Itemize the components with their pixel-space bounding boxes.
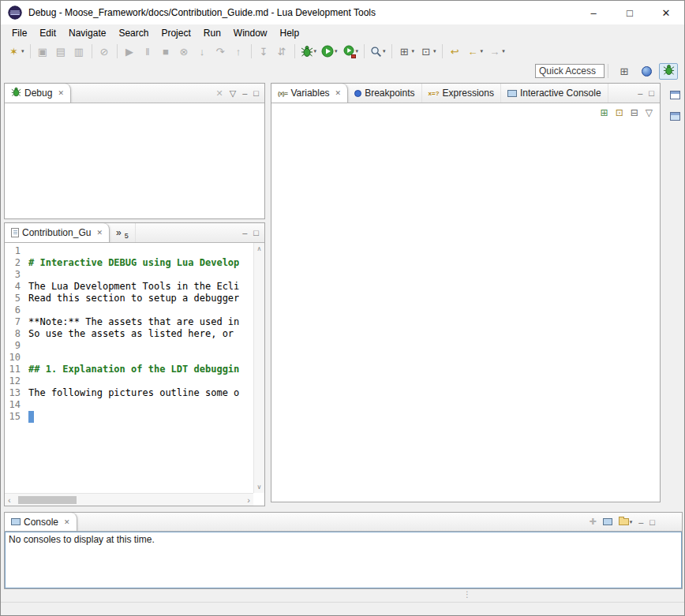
- close-tab-icon[interactable]: ✕: [96, 229, 103, 237]
- suspend-button[interactable]: ‖: [140, 43, 156, 60]
- menu-navigate[interactable]: Navigate: [62, 26, 112, 40]
- editor-text-area[interactable]: 1 2 # Interactive DEBUG using Lua Develo…: [5, 243, 253, 493]
- code-line[interactable]: 4 The Lua Development Tools in the Ecli: [5, 281, 253, 293]
- code-line[interactable]: 10: [5, 352, 253, 364]
- collapse-all-icon[interactable]: ⊟: [631, 107, 638, 118]
- save-all-icon: ▤: [54, 45, 68, 58]
- use-step-filters-button[interactable]: ⇵: [274, 43, 290, 60]
- code-line[interactable]: 8 So use the assets as listed here, or: [5, 328, 253, 340]
- minimize-window-button[interactable]: –: [575, 1, 612, 24]
- scroll-down-icon[interactable]: ∨: [257, 483, 262, 491]
- step-over-button[interactable]: ↷: [212, 43, 229, 60]
- remove-all-terminated-icon[interactable]: ✕: [216, 88, 223, 99]
- maximize-window-button[interactable]: □: [612, 1, 648, 24]
- close-tab-icon[interactable]: ✕: [335, 89, 342, 97]
- display-selected-console-icon[interactable]: [603, 518, 612, 525]
- view-menu-icon[interactable]: ▽: [230, 88, 236, 99]
- menu-help[interactable]: Help: [274, 26, 306, 40]
- eclipse-logo-icon: [8, 6, 22, 20]
- bottom-sash[interactable]: ⋮: [1, 589, 684, 602]
- minimized-view-button[interactable]: [668, 109, 682, 123]
- back-button[interactable]: ← ▾: [465, 43, 485, 60]
- code-line[interactable]: 1: [5, 245, 253, 257]
- scroll-up-icon[interactable]: ∧: [257, 245, 262, 252]
- menu-file[interactable]: File: [6, 26, 33, 40]
- minimize-view-icon[interactable]: –: [242, 88, 247, 98]
- terminate-button[interactable]: ■: [158, 43, 174, 60]
- last-edit-location-button[interactable]: ↩: [447, 43, 463, 60]
- maximize-view-icon[interactable]: □: [253, 88, 259, 98]
- code-line[interactable]: 13 The following pictures outline some o: [5, 387, 253, 399]
- scrollbar-thumb[interactable]: [18, 496, 77, 504]
- code-line[interactable]: 9: [5, 340, 253, 352]
- code-line[interactable]: 11 ## 1. Explanation of the LDT debuggin: [5, 364, 253, 375]
- code-line[interactable]: 12: [5, 375, 253, 387]
- toolbox-badge-icon: [351, 54, 356, 58]
- disconnect-button[interactable]: ⊗: [176, 43, 193, 60]
- search-button[interactable]: ▾: [369, 43, 387, 60]
- open-console-button[interactable]: ▾: [619, 518, 633, 525]
- scroll-right-icon[interactable]: ›: [247, 495, 250, 505]
- show-type-names-icon[interactable]: ⊞: [601, 107, 608, 118]
- menu-edit[interactable]: Edit: [33, 26, 62, 40]
- pin-console-icon[interactable]: ✚: [589, 517, 596, 527]
- menu-search[interactable]: Search: [112, 26, 155, 40]
- step-return-button[interactable]: ↑: [230, 43, 247, 60]
- lua-perspective-button[interactable]: [637, 63, 656, 80]
- tab-contribution-guide[interactable]: Contribution_Gu ✕: [5, 223, 110, 242]
- menu-project[interactable]: Project: [155, 26, 197, 40]
- code-line[interactable]: 6: [5, 304, 253, 316]
- external-tools-button[interactable]: ▾: [341, 43, 361, 60]
- code-line[interactable]: 15: [5, 411, 253, 423]
- save-button[interactable]: ▣: [35, 43, 51, 60]
- maximize-view-icon[interactable]: □: [253, 228, 259, 237]
- scroll-left-icon[interactable]: ‹: [8, 495, 11, 505]
- toolbar-separator: [92, 44, 92, 58]
- new-wizard-button[interactable]: ✶ ▾: [6, 43, 26, 60]
- menu-run[interactable]: Run: [197, 26, 227, 40]
- tab-expressions[interactable]: x=? Expressions: [422, 84, 501, 103]
- editor-tab-overflow[interactable]: » 5: [110, 223, 136, 242]
- vertical-scrollbar[interactable]: ∧ ∨: [253, 243, 264, 493]
- resume-button[interactable]: ▶: [122, 43, 138, 60]
- menu-window[interactable]: Window: [227, 26, 274, 40]
- tab-breakpoints[interactable]: Breakpoints: [348, 84, 421, 103]
- drop-to-frame-button[interactable]: ↧: [256, 43, 272, 60]
- show-logical-structures-icon[interactable]: ⊡: [616, 107, 623, 118]
- save-all-button[interactable]: ▤: [53, 43, 69, 60]
- minimize-view-icon[interactable]: –: [638, 88, 642, 98]
- minimize-view-icon[interactable]: –: [242, 228, 247, 237]
- tab-variables[interactable]: (x)= Variables ✕: [271, 84, 348, 103]
- open-perspective-button[interactable]: ⊞: [615, 63, 634, 80]
- code-line[interactable]: 3: [5, 269, 253, 281]
- vertical-sash[interactable]: [266, 83, 271, 502]
- debug-button[interactable]: ▾: [299, 43, 319, 60]
- close-window-button[interactable]: ✕: [648, 1, 684, 24]
- open-resource-button[interactable]: ⊞ ▾: [396, 43, 417, 60]
- view-menu-icon[interactable]: ▽: [646, 107, 653, 118]
- horizontal-scrollbar[interactable]: ‹ ›: [5, 493, 253, 506]
- step-into-button[interactable]: ↓: [194, 43, 211, 60]
- quick-access-input[interactable]: Quick Access: [535, 64, 605, 78]
- close-tab-icon[interactable]: ✕: [64, 518, 70, 526]
- code-line[interactable]: 2 # Interactive DEBUG using Lua Develop: [5, 257, 253, 269]
- tab-interactive-console[interactable]: Interactive Console: [501, 84, 608, 103]
- print-button[interactable]: ▥: [71, 43, 88, 60]
- maximize-view-icon[interactable]: □: [649, 517, 655, 527]
- close-tab-icon[interactable]: ✕: [58, 89, 64, 97]
- code-line[interactable]: 7 **Note:** The assets that are used in: [5, 316, 253, 328]
- debug-perspective-button[interactable]: [659, 63, 678, 80]
- tab-console[interactable]: Console ✕: [5, 513, 77, 531]
- tab-debug[interactable]: Debug ✕: [5, 84, 71, 103]
- forward-button[interactable]: → ▾: [486, 43, 507, 60]
- run-button[interactable]: ▾: [320, 43, 339, 60]
- code-line[interactable]: 5 Read this section to setup a debugger: [5, 293, 253, 304]
- skip-all-breakpoints-button[interactable]: ⊘: [96, 43, 113, 60]
- maximize-view-icon[interactable]: □: [649, 88, 654, 98]
- open-type-button[interactable]: ⊡ ▾: [417, 43, 438, 60]
- code-line[interactable]: 14: [5, 399, 253, 411]
- minimize-view-icon[interactable]: –: [638, 517, 643, 527]
- horizontal-sash[interactable]: [4, 219, 265, 222]
- forward-arrow-icon: →: [488, 45, 501, 58]
- restore-minimized-view-button[interactable]: [668, 88, 682, 102]
